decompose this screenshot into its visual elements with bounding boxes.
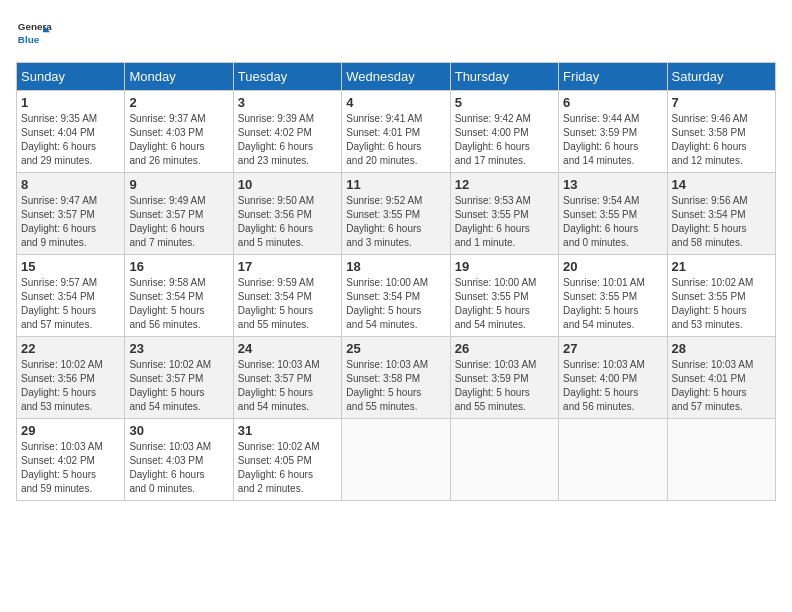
day-number: 11 — [346, 177, 445, 192]
day-detail: Sunrise: 9:57 AM Sunset: 3:54 PM Dayligh… — [21, 276, 120, 332]
calendar-cell — [667, 419, 775, 501]
day-detail: Sunrise: 10:03 AM Sunset: 4:00 PM Daylig… — [563, 358, 662, 414]
day-number: 25 — [346, 341, 445, 356]
weekday-header: Wednesday — [342, 63, 450, 91]
calendar-cell: 15Sunrise: 9:57 AM Sunset: 3:54 PM Dayli… — [17, 255, 125, 337]
day-number: 17 — [238, 259, 337, 274]
day-number: 28 — [672, 341, 771, 356]
day-number: 30 — [129, 423, 228, 438]
logo: GeneralBlue — [16, 16, 52, 52]
day-number: 3 — [238, 95, 337, 110]
calendar-cell: 3Sunrise: 9:39 AM Sunset: 4:02 PM Daylig… — [233, 91, 341, 173]
calendar-cell: 28Sunrise: 10:03 AM Sunset: 4:01 PM Dayl… — [667, 337, 775, 419]
calendar-week-row: 15Sunrise: 9:57 AM Sunset: 3:54 PM Dayli… — [17, 255, 776, 337]
day-detail: Sunrise: 10:00 AM Sunset: 3:54 PM Daylig… — [346, 276, 445, 332]
day-number: 4 — [346, 95, 445, 110]
day-detail: Sunrise: 9:39 AM Sunset: 4:02 PM Dayligh… — [238, 112, 337, 168]
day-detail: Sunrise: 9:37 AM Sunset: 4:03 PM Dayligh… — [129, 112, 228, 168]
calendar-cell: 27Sunrise: 10:03 AM Sunset: 4:00 PM Dayl… — [559, 337, 667, 419]
day-detail: Sunrise: 9:47 AM Sunset: 3:57 PM Dayligh… — [21, 194, 120, 250]
day-detail: Sunrise: 10:02 AM Sunset: 3:56 PM Daylig… — [21, 358, 120, 414]
calendar-cell: 20Sunrise: 10:01 AM Sunset: 3:55 PM Dayl… — [559, 255, 667, 337]
day-number: 22 — [21, 341, 120, 356]
calendar-cell: 14Sunrise: 9:56 AM Sunset: 3:54 PM Dayli… — [667, 173, 775, 255]
weekday-header: Tuesday — [233, 63, 341, 91]
day-number: 26 — [455, 341, 554, 356]
calendar-cell: 26Sunrise: 10:03 AM Sunset: 3:59 PM Dayl… — [450, 337, 558, 419]
weekday-header: Friday — [559, 63, 667, 91]
logo-icon: GeneralBlue — [16, 16, 52, 52]
day-detail: Sunrise: 9:53 AM Sunset: 3:55 PM Dayligh… — [455, 194, 554, 250]
weekday-header: Monday — [125, 63, 233, 91]
calendar-week-row: 8Sunrise: 9:47 AM Sunset: 3:57 PM Daylig… — [17, 173, 776, 255]
calendar-cell: 23Sunrise: 10:02 AM Sunset: 3:57 PM Dayl… — [125, 337, 233, 419]
day-detail: Sunrise: 10:03 AM Sunset: 4:02 PM Daylig… — [21, 440, 120, 496]
calendar-cell: 12Sunrise: 9:53 AM Sunset: 3:55 PM Dayli… — [450, 173, 558, 255]
day-detail: Sunrise: 10:01 AM Sunset: 3:55 PM Daylig… — [563, 276, 662, 332]
calendar-cell: 25Sunrise: 10:03 AM Sunset: 3:58 PM Dayl… — [342, 337, 450, 419]
calendar-cell: 2Sunrise: 9:37 AM Sunset: 4:03 PM Daylig… — [125, 91, 233, 173]
day-number: 1 — [21, 95, 120, 110]
weekday-header: Saturday — [667, 63, 775, 91]
calendar-cell: 4Sunrise: 9:41 AM Sunset: 4:01 PM Daylig… — [342, 91, 450, 173]
day-detail: Sunrise: 10:03 AM Sunset: 4:01 PM Daylig… — [672, 358, 771, 414]
calendar-cell — [342, 419, 450, 501]
day-number: 6 — [563, 95, 662, 110]
calendar-cell: 30Sunrise: 10:03 AM Sunset: 4:03 PM Dayl… — [125, 419, 233, 501]
calendar-cell: 16Sunrise: 9:58 AM Sunset: 3:54 PM Dayli… — [125, 255, 233, 337]
calendar-cell: 8Sunrise: 9:47 AM Sunset: 3:57 PM Daylig… — [17, 173, 125, 255]
calendar-cell: 11Sunrise: 9:52 AM Sunset: 3:55 PM Dayli… — [342, 173, 450, 255]
calendar-week-row: 22Sunrise: 10:02 AM Sunset: 3:56 PM Dayl… — [17, 337, 776, 419]
day-number: 8 — [21, 177, 120, 192]
day-detail: Sunrise: 9:58 AM Sunset: 3:54 PM Dayligh… — [129, 276, 228, 332]
day-number: 18 — [346, 259, 445, 274]
calendar-cell: 31Sunrise: 10:02 AM Sunset: 4:05 PM Dayl… — [233, 419, 341, 501]
calendar-cell: 21Sunrise: 10:02 AM Sunset: 3:55 PM Dayl… — [667, 255, 775, 337]
day-number: 16 — [129, 259, 228, 274]
weekday-header-row: SundayMondayTuesdayWednesdayThursdayFrid… — [17, 63, 776, 91]
day-detail: Sunrise: 10:03 AM Sunset: 4:03 PM Daylig… — [129, 440, 228, 496]
calendar-week-row: 1Sunrise: 9:35 AM Sunset: 4:04 PM Daylig… — [17, 91, 776, 173]
day-detail: Sunrise: 9:54 AM Sunset: 3:55 PM Dayligh… — [563, 194, 662, 250]
calendar-cell: 17Sunrise: 9:59 AM Sunset: 3:54 PM Dayli… — [233, 255, 341, 337]
calendar-cell — [559, 419, 667, 501]
calendar-cell: 1Sunrise: 9:35 AM Sunset: 4:04 PM Daylig… — [17, 91, 125, 173]
day-number: 23 — [129, 341, 228, 356]
day-number: 19 — [455, 259, 554, 274]
day-detail: Sunrise: 9:41 AM Sunset: 4:01 PM Dayligh… — [346, 112, 445, 168]
day-number: 20 — [563, 259, 662, 274]
day-detail: Sunrise: 10:02 AM Sunset: 3:55 PM Daylig… — [672, 276, 771, 332]
day-number: 31 — [238, 423, 337, 438]
calendar-cell: 13Sunrise: 9:54 AM Sunset: 3:55 PM Dayli… — [559, 173, 667, 255]
day-number: 2 — [129, 95, 228, 110]
calendar-cell: 5Sunrise: 9:42 AM Sunset: 4:00 PM Daylig… — [450, 91, 558, 173]
calendar-table: SundayMondayTuesdayWednesdayThursdayFrid… — [16, 62, 776, 501]
day-detail: Sunrise: 9:59 AM Sunset: 3:54 PM Dayligh… — [238, 276, 337, 332]
day-detail: Sunrise: 9:50 AM Sunset: 3:56 PM Dayligh… — [238, 194, 337, 250]
calendar-cell: 22Sunrise: 10:02 AM Sunset: 3:56 PM Dayl… — [17, 337, 125, 419]
calendar-cell: 19Sunrise: 10:00 AM Sunset: 3:55 PM Dayl… — [450, 255, 558, 337]
day-detail: Sunrise: 10:00 AM Sunset: 3:55 PM Daylig… — [455, 276, 554, 332]
day-number: 10 — [238, 177, 337, 192]
day-number: 7 — [672, 95, 771, 110]
day-detail: Sunrise: 9:44 AM Sunset: 3:59 PM Dayligh… — [563, 112, 662, 168]
calendar-week-row: 29Sunrise: 10:03 AM Sunset: 4:02 PM Dayl… — [17, 419, 776, 501]
weekday-header: Thursday — [450, 63, 558, 91]
calendar-cell — [450, 419, 558, 501]
weekday-header: Sunday — [17, 63, 125, 91]
calendar-cell: 9Sunrise: 9:49 AM Sunset: 3:57 PM Daylig… — [125, 173, 233, 255]
day-number: 14 — [672, 177, 771, 192]
day-number: 21 — [672, 259, 771, 274]
calendar-cell: 18Sunrise: 10:00 AM Sunset: 3:54 PM Dayl… — [342, 255, 450, 337]
day-number: 9 — [129, 177, 228, 192]
day-detail: Sunrise: 10:02 AM Sunset: 3:57 PM Daylig… — [129, 358, 228, 414]
day-detail: Sunrise: 9:49 AM Sunset: 3:57 PM Dayligh… — [129, 194, 228, 250]
day-detail: Sunrise: 10:03 AM Sunset: 3:58 PM Daylig… — [346, 358, 445, 414]
day-detail: Sunrise: 10:03 AM Sunset: 3:59 PM Daylig… — [455, 358, 554, 414]
day-detail: Sunrise: 9:35 AM Sunset: 4:04 PM Dayligh… — [21, 112, 120, 168]
day-detail: Sunrise: 9:46 AM Sunset: 3:58 PM Dayligh… — [672, 112, 771, 168]
calendar-cell: 29Sunrise: 10:03 AM Sunset: 4:02 PM Dayl… — [17, 419, 125, 501]
calendar-cell: 6Sunrise: 9:44 AM Sunset: 3:59 PM Daylig… — [559, 91, 667, 173]
calendar-cell: 10Sunrise: 9:50 AM Sunset: 3:56 PM Dayli… — [233, 173, 341, 255]
day-number: 15 — [21, 259, 120, 274]
